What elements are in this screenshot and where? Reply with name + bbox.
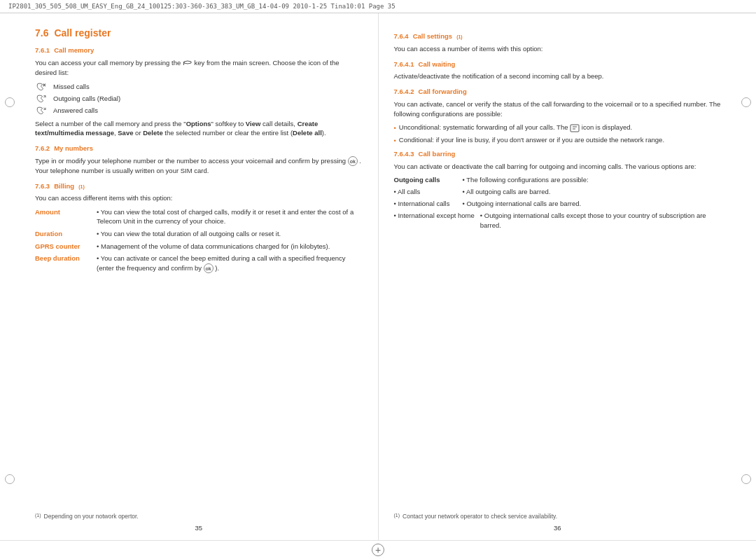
right-page-number: 36 [379, 523, 737, 533]
bullet-dot-2: • [394, 136, 396, 145]
billing-beep-row: Beep duration • You can activate or canc… [35, 254, 363, 272]
barring-table: Outgoing calls • The following configura… [394, 175, 722, 230]
footer-crosshair: + [372, 544, 384, 556]
duration-term: Duration [35, 229, 91, 239]
title-7-6-2: My numbers [54, 144, 93, 153]
page-left: 7.6 Call register 7.6.1 Call memory You … [20, 13, 379, 540]
intl-calls-right: • Outgoing international calls are barre… [463, 199, 722, 209]
ok-button-inline: ok [348, 156, 358, 166]
footnote-superscript: (1) [35, 512, 41, 520]
left-footnote: (1) Depending on your notwork opertor. [35, 512, 363, 520]
num-7-6-4: 7.6.4 [394, 32, 409, 41]
num-7-6-4-3: 7.6.4.3 [394, 149, 414, 159]
num-7-6-2: 7.6.2 [35, 144, 50, 153]
left-bottom-circle [5, 474, 15, 484]
title-7-6-4-2: Call forwarding [419, 87, 467, 97]
right-bottom-circle [741, 474, 751, 484]
call-memory-intro: You can access your call memory by press… [35, 58, 363, 78]
forwarding-conditional-text: Conditional: if your line is busy, if yo… [399, 135, 664, 145]
view-bold: View [246, 120, 260, 127]
forwarding-unconditional: • Unconditional: systematic forwarding o… [394, 123, 722, 132]
header-text: IP2801_305_505_508_UM_EASY_Eng_GB_24_100… [8, 3, 396, 10]
answered-calls-row: Answered calls [35, 106, 363, 116]
heading-7-6-4: 7.6.4 Call settings (1) [394, 32, 722, 41]
forwarding-conditional: • Conditional: if your line is busy, if … [394, 135, 722, 145]
title-7-6-3: Billing [54, 181, 74, 191]
callsettings-intro: You can access a number of items with th… [394, 44, 722, 54]
callforwarding-text: You can activate, cancel or verify the s… [394, 99, 722, 119]
missed-calls-icon [35, 82, 48, 92]
gprs-def: • Management of the volume of data commu… [97, 242, 363, 251]
call-memory-options: Select a number of the call memory and p… [35, 119, 363, 139]
billing-table: Amount • You can view the total cost of … [35, 207, 363, 272]
barring-intl-except: • International except home • Outgoing i… [394, 211, 722, 230]
heading-7-6-4-2: 7.6.4.2 Call forwarding [394, 87, 722, 97]
outgoing-calls-row: Outgoing calls (Redial) [35, 94, 363, 104]
callsettings-superscript: (1) [456, 34, 463, 41]
barring-all-calls: • All calls • All outgoing calls are bar… [394, 187, 722, 197]
intl-except-left: • International except home [394, 211, 475, 221]
title-7-6-4-1: Call waiting [419, 60, 456, 69]
callwaiting-text: Activate/deactivate the notification of … [394, 71, 722, 81]
heading-7-6-4-1: 7.6.4.1 Call waiting [394, 60, 722, 69]
billing-gprs-row: GPRS counter • Management of the volume … [35, 242, 363, 251]
left-page-number: 35 [20, 523, 378, 533]
billing-amount-row: Amount • You can view the total cost of … [35, 207, 363, 226]
intl-calls-left: • International calls [394, 199, 457, 209]
intl-except-right: • Outgoing international calls except th… [480, 211, 721, 230]
amount-term: Amount [35, 207, 91, 217]
heading-7-6-3: 7.6.3 Billing (1) [35, 181, 363, 191]
title-7-6-4: Call settings [413, 32, 453, 41]
missed-calls-row: Missed calls [35, 82, 363, 92]
beep-def: • You can activate or cancel the beep em… [97, 254, 363, 272]
num-7-6-4-2: 7.6.4.2 [394, 87, 414, 97]
left-top-circle [5, 97, 15, 107]
barring-intl-calls: • International calls • Outgoing interna… [394, 199, 722, 209]
num-7-6-4-1: 7.6.4.1 [394, 60, 414, 69]
num-7-6-3: 7.6.3 [35, 181, 50, 191]
all-calls-left: • All calls [394, 187, 457, 197]
options-bold: Options [186, 120, 211, 127]
billing-intro: You can access different items with this… [35, 193, 363, 203]
footnote-text: Depending on your notwork opertor. [44, 512, 139, 520]
svg-rect-5 [570, 125, 579, 132]
my-numbers-text: Type in or modify your telephone number … [35, 156, 363, 176]
title-7-6-1: Call memory [54, 46, 94, 55]
callbarring-text: You can activate or deactivate the call … [394, 162, 722, 172]
bullet-dot-1: • [394, 123, 396, 132]
heading-7-6-2: 7.6.2 My numbers [35, 144, 363, 153]
answered-calls-icon [35, 106, 48, 116]
barring-outgoing-header: Outgoing calls • The following configura… [394, 175, 722, 185]
page-container: IP2801_305_505_508_UM_EASY_Eng_GB_24_100… [0, 0, 756, 559]
outgoing-calls-label: Outgoing calls (Redial) [53, 94, 120, 104]
pages-wrapper: 7.6 Call register 7.6.1 Call memory You … [20, 13, 736, 540]
billing-superscript: (1) [78, 184, 85, 191]
create-bold: Create text/multimedia message [35, 120, 318, 137]
right-footnote-text: Contact your network operator to check s… [402, 512, 557, 520]
section-7-6-number: 7.6 [35, 26, 48, 40]
title-7-6-4-3: Call barring [419, 149, 456, 159]
header-bar: IP2801_305_505_508_UM_EASY_Eng_GB_24_100… [0, 0, 756, 13]
heading-7-6-1: 7.6.1 Call memory [35, 46, 363, 55]
all-calls-right: • All outgoing calls are barred. [463, 187, 722, 197]
gprs-term: GPRS counter [35, 242, 91, 251]
billing-duration-row: Duration • You can view the total durati… [35, 229, 363, 239]
amount-def: • You can view the total cost of charged… [97, 207, 363, 226]
left-margin [0, 13, 20, 540]
footer-bar: + [0, 540, 756, 559]
right-footnote-superscript: (1) [394, 512, 400, 520]
content-area: 7.6 Call register 7.6.1 Call memory You … [0, 13, 756, 540]
missed-calls-label: Missed calls [53, 82, 90, 92]
right-top-circle [741, 97, 751, 107]
save-bold: Save [118, 129, 133, 137]
section-7-6-title: Call register [54, 26, 111, 40]
outgoing-calls-term: Outgoing calls [394, 175, 457, 185]
outgoing-calls-def: • The following configurations are possi… [463, 175, 722, 185]
right-margin [736, 13, 756, 540]
main-heading-7-6: 7.6 Call register [35, 26, 363, 40]
heading-7-6-4-3: 7.6.4.3 Call barring [394, 149, 722, 159]
right-footnote: (1) Contact your network operator to che… [394, 512, 722, 520]
num-7-6-1: 7.6.1 [35, 46, 50, 55]
answered-calls-label: Answered calls [53, 106, 98, 116]
page-right: 7.6.4 Call settings (1) You can access a… [379, 13, 737, 540]
